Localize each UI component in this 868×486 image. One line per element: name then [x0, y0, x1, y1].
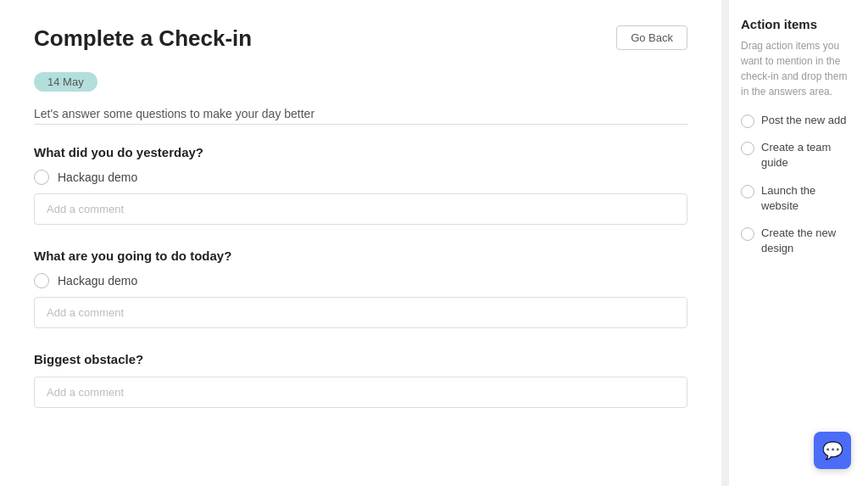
checkbox-label-1: Hackagu demo — [58, 170, 137, 184]
checkbox-row-1: Hackagu demo — [34, 170, 687, 185]
go-back-button[interactable]: Go Back — [616, 25, 687, 50]
question-label-2: What are you going to do today? — [34, 249, 687, 263]
main-content: Complete a Check-in Go Back 14 May Let's… — [0, 0, 721, 486]
action-circle-1 — [741, 142, 754, 155]
sidebar: Action items Drag action items you want … — [728, 0, 868, 486]
comment-input-3[interactable] — [34, 377, 687, 408]
checkbox-label-2: Hackagu demo — [58, 274, 137, 288]
action-circle-3 — [741, 227, 754, 241]
comment-input-2[interactable] — [34, 297, 687, 328]
action-label-3: Create the new design — [761, 226, 856, 256]
checkbox-circle-1[interactable] — [34, 170, 49, 185]
question-label-3: Biggest obstacle? — [34, 352, 687, 366]
sidebar-title: Action items — [741, 17, 856, 31]
action-item-2: Launch the website — [741, 183, 856, 214]
chat-button[interactable]: 💬 — [814, 432, 851, 469]
chat-icon: 💬 — [822, 440, 843, 461]
question-label-1: What did you do yesterday? — [34, 145, 687, 159]
date-badge: 14 May — [34, 72, 97, 92]
action-circle-2 — [741, 185, 754, 198]
page-header: Complete a Check-in Go Back — [34, 25, 687, 52]
question-section-1: What did you do yesterday? Hackagu demo — [34, 145, 687, 225]
checkbox-row-2: Hackagu demo — [34, 273, 687, 288]
question-section-2: What are you going to do today? Hackagu … — [34, 249, 687, 328]
action-item-3: Create the new design — [741, 226, 856, 256]
action-label-1: Create a team guide — [761, 140, 856, 170]
intro-text: Let's answer some questions to make your… — [34, 107, 687, 120]
action-item-0: Post the new add — [741, 113, 856, 128]
action-circle-0 — [741, 115, 754, 128]
action-label-0: Post the new add — [761, 113, 846, 128]
page-title: Complete a Check-in — [34, 25, 252, 52]
divider — [34, 124, 687, 125]
question-section-3: Biggest obstacle? — [34, 352, 687, 408]
comment-input-1[interactable] — [34, 193, 687, 225]
action-label-2: Launch the website — [761, 183, 856, 214]
action-item-1: Create a team guide — [741, 140, 856, 170]
checkbox-circle-2[interactable] — [34, 273, 49, 288]
sidebar-description: Drag action items you want to mention in… — [741, 38, 856, 99]
scrollbar[interactable] — [721, 0, 728, 486]
